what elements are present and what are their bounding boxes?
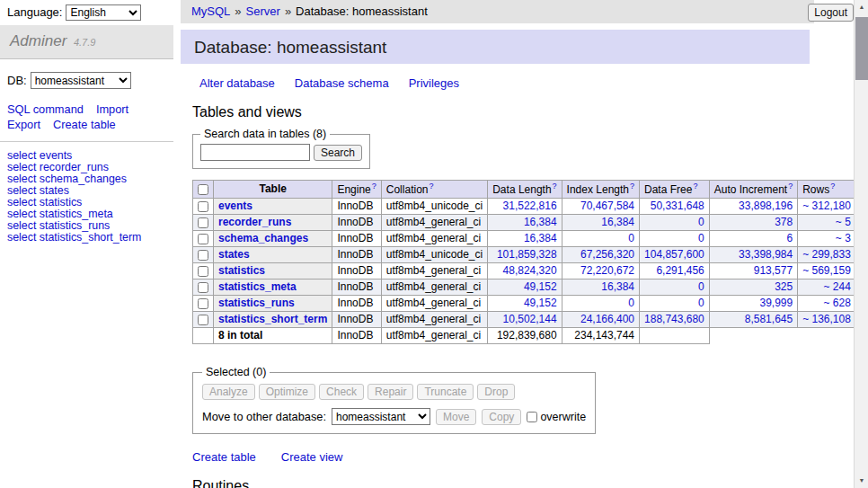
table-link[interactable]: events: [218, 200, 252, 212]
column-help-link[interactable]: ?: [693, 182, 697, 191]
move-button[interactable]: Move: [436, 409, 476, 425]
table-link[interactable]: statistics_meta: [218, 280, 297, 293]
column-help-link[interactable]: ?: [630, 182, 634, 191]
auto-increment-link[interactable]: 33,898,196: [739, 200, 793, 212]
row-checkbox[interactable]: [198, 234, 208, 244]
auto-increment-cell: 913,577: [709, 263, 797, 279]
auto-increment-link[interactable]: 39,999: [759, 297, 793, 309]
data-length-link[interactable]: 16,384: [524, 216, 557, 228]
auto-increment-link[interactable]: 913,577: [754, 264, 793, 277]
index-length-link[interactable]: 72,220,672: [580, 264, 634, 277]
table-link[interactable]: schema_changes: [218, 232, 308, 244]
breadcrumb-item-mysql[interactable]: MySQL: [191, 4, 230, 18]
auto-increment-link[interactable]: 325: [775, 280, 793, 293]
data-free-link[interactable]: 0: [698, 216, 704, 228]
data-free-link[interactable]: 188,743,680: [644, 313, 704, 325]
action-alter-database[interactable]: Alter database: [199, 76, 275, 90]
scrollbar-thumb[interactable]: [855, 17, 868, 80]
logout-button[interactable]: Logout: [808, 4, 854, 22]
scrollbar[interactable]: ▲ ▼: [854, 0, 868, 488]
rows-link[interactable]: ~ 299,833: [802, 248, 851, 261]
table-name-cell: events: [214, 199, 332, 215]
data-free-link[interactable]: 0: [698, 280, 704, 293]
column-help-link[interactable]: ?: [429, 182, 433, 191]
sidebar-command-export[interactable]: Export: [7, 118, 40, 131]
search-button[interactable]: Search: [314, 145, 362, 161]
move-db-select[interactable]: homeassistant: [332, 408, 430, 425]
row-check-cell: [193, 263, 214, 279]
search-input[interactable]: [200, 144, 310, 161]
data-length-link[interactable]: 101,859,328: [497, 248, 557, 261]
sidebar-table-link-select-statistics-short-term[interactable]: select statistics_short_term: [7, 232, 166, 244]
row-checkbox[interactable]: [198, 217, 208, 228]
table-link[interactable]: statistics_short_term: [218, 313, 327, 325]
scroll-up-icon[interactable]: ▲: [855, 0, 868, 14]
auto-increment-link[interactable]: 6: [786, 232, 793, 244]
column-help-link[interactable]: ?: [788, 182, 793, 191]
check-button[interactable]: Check: [319, 384, 364, 400]
index-length-link[interactable]: 24,166,400: [580, 313, 634, 325]
auto-increment-link[interactable]: 33,398,984: [739, 248, 793, 261]
drop-button[interactable]: Drop: [477, 384, 515, 400]
breadcrumb-item-server[interactable]: Server: [246, 4, 280, 18]
optimize-button[interactable]: Optimize: [259, 384, 315, 400]
select-all-checkbox[interactable]: [198, 184, 208, 195]
data-free-link[interactable]: 50,331,648: [651, 200, 704, 212]
row-checkbox[interactable]: [198, 250, 208, 261]
data-free-link[interactable]: 6,291,456: [656, 264, 704, 277]
index-length-link[interactable]: 67,256,320: [580, 248, 634, 261]
sidebar-table-links: select eventsselect recorder_runsselect …: [7, 150, 166, 244]
index-length-link[interactable]: 16,384: [601, 280, 634, 293]
index-length-link[interactable]: 0: [628, 297, 634, 309]
row-checkbox[interactable]: [198, 298, 208, 309]
data-length-link[interactable]: 49,152: [524, 297, 557, 309]
sidebar-command-sql-command[interactable]: SQL command: [7, 102, 84, 116]
data-free-link[interactable]: 0: [698, 232, 704, 244]
rows-link[interactable]: ~ 3: [836, 232, 851, 244]
repair-button[interactable]: Repair: [368, 384, 413, 400]
overwrite-checkbox[interactable]: [527, 412, 537, 422]
copy-button[interactable]: Copy: [482, 409, 521, 425]
overwrite-label: overwrite: [540, 411, 586, 423]
index-length-link[interactable]: 16,384: [601, 216, 634, 228]
data-length-link[interactable]: 49,152: [524, 280, 557, 293]
row-checkbox[interactable]: [198, 266, 208, 277]
data-free-link[interactable]: 104,857,600: [644, 248, 704, 261]
table-link[interactable]: statistics_runs: [218, 297, 295, 309]
sidebar-command-create-table[interactable]: Create table: [53, 118, 116, 131]
auto-increment-link[interactable]: 378: [775, 216, 793, 228]
data-length-link[interactable]: 31,522,816: [503, 200, 557, 212]
column-help-link[interactable]: ?: [553, 182, 557, 191]
rows-link[interactable]: ~ 312,180: [802, 200, 851, 212]
table-link[interactable]: states: [218, 248, 250, 261]
language-select[interactable]: English: [66, 4, 141, 21]
action-privileges[interactable]: Privileges: [409, 76, 459, 90]
rows-link[interactable]: ~ 136,108: [802, 313, 851, 325]
index-length-link[interactable]: 0: [628, 232, 634, 244]
rows-link[interactable]: ~ 628: [824, 297, 851, 309]
scroll-down-icon[interactable]: ▼: [855, 474, 868, 488]
truncate-button[interactable]: Truncate: [417, 384, 474, 400]
column-help-link[interactable]: ?: [830, 182, 835, 191]
db-select[interactable]: homeassistant: [31, 72, 131, 89]
data-free-link[interactable]: 0: [698, 297, 704, 309]
index-length-link[interactable]: 70,467,584: [580, 200, 634, 212]
action-database-schema[interactable]: Database schema: [295, 76, 389, 90]
table-link[interactable]: recorder_runs: [218, 216, 291, 228]
auto-increment-link[interactable]: 8,581,645: [745, 313, 793, 325]
row-checkbox[interactable]: [198, 282, 208, 293]
analyze-button[interactable]: Analyze: [202, 384, 255, 400]
row-checkbox[interactable]: [198, 201, 208, 212]
rows-link[interactable]: ~ 569,159: [802, 264, 851, 277]
link-create-view[interactable]: Create view: [281, 450, 343, 464]
data-length-link[interactable]: 48,824,320: [503, 264, 557, 277]
row-checkbox[interactable]: [198, 315, 208, 325]
sidebar-command-import[interactable]: Import: [96, 102, 128, 116]
data-length-link[interactable]: 10,502,144: [503, 313, 557, 325]
rows-link[interactable]: ~ 244: [824, 280, 851, 293]
table-link[interactable]: statistics: [218, 264, 265, 277]
data-length-link[interactable]: 16,384: [524, 232, 557, 244]
column-help-link[interactable]: ?: [372, 182, 376, 191]
link-create-table[interactable]: Create table: [192, 450, 256, 464]
rows-link[interactable]: ~ 5: [836, 216, 851, 228]
